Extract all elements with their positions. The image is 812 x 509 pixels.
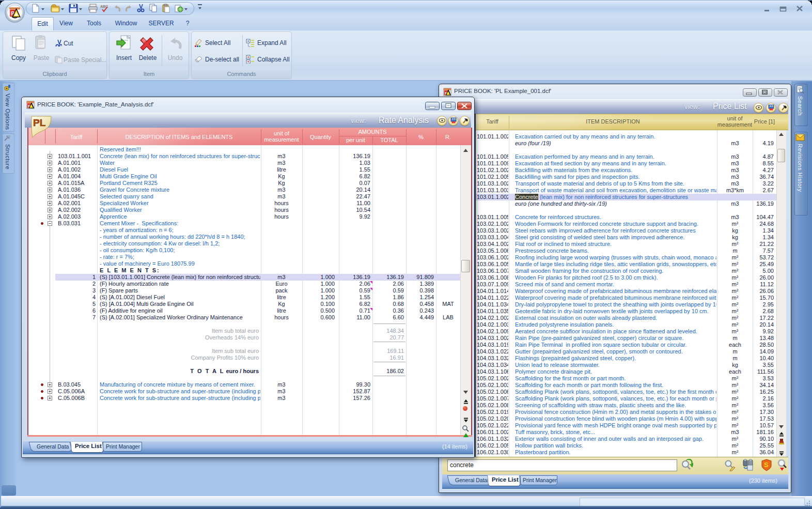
svg-text:S: S [764, 461, 769, 469]
svg-text:PL: PL [33, 117, 46, 128]
